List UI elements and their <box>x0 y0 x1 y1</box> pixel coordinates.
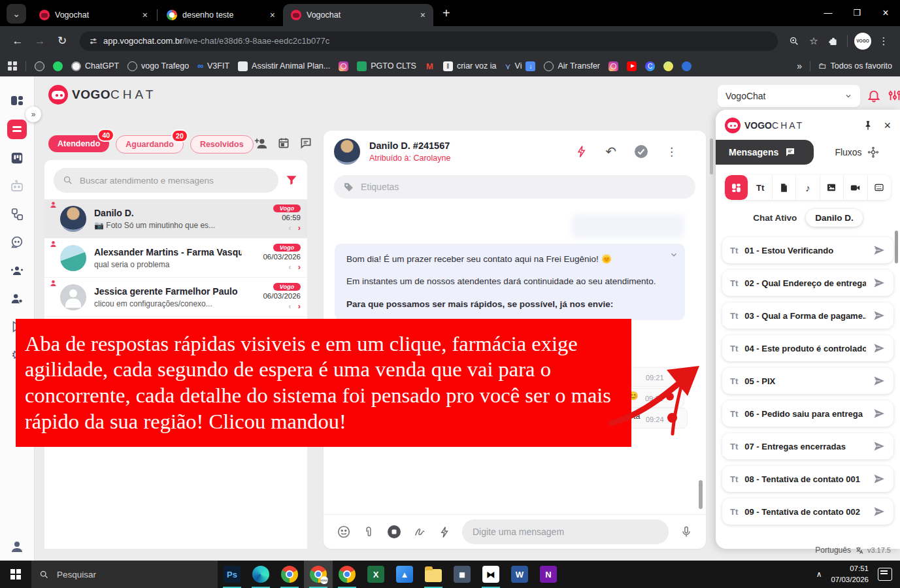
bookmark-assistir[interactable]: Assistir Animal Plan... <box>238 61 330 71</box>
prev-chat-icon[interactable]: ‹ <box>288 262 291 272</box>
browser-tab-3-active[interactable]: Vogochat × <box>283 4 433 26</box>
workspace-selector[interactable]: VogoChat <box>718 85 860 107</box>
app-icon[interactable] <box>663 61 673 71</box>
extensions-puzzle-icon[interactable] <box>824 36 843 46</box>
window-maximize-button[interactable]: ❒ <box>842 0 871 26</box>
dashboard-icon[interactable] <box>7 91 27 110</box>
tray-chevron-up-icon[interactable]: ∧ <box>816 570 822 579</box>
chats-icon-active[interactable] <box>7 120 27 139</box>
globe-blue-icon[interactable] <box>682 61 692 71</box>
send-icon[interactable] <box>873 374 886 387</box>
taskbar-explorer[interactable] <box>419 561 448 588</box>
browser-menu-icon[interactable]: ⋮ <box>874 35 893 47</box>
prev-chat-icon[interactable]: ‹ <box>288 223 291 233</box>
bookmark-air-transfer[interactable]: Air Transfer <box>544 61 600 71</box>
chat-list-item-3[interactable]: Jessica gerente Farmelhor Paulo clicou e… <box>44 278 307 317</box>
quick-reply-item-04[interactable]: Tt04 - Este produto é controlado <box>722 335 893 361</box>
send-icon[interactable] <box>873 472 886 485</box>
tab-close-icon[interactable]: × <box>419 10 427 20</box>
taskbar-chrome-1[interactable] <box>275 561 304 588</box>
bookmark-chatgpt[interactable]: ChatGPT <box>71 61 119 71</box>
tab-search-button[interactable]: ⌄ <box>7 4 26 24</box>
taskbar-search[interactable] <box>31 561 218 588</box>
next-chat-icon[interactable]: › <box>298 262 301 272</box>
emoji-icon[interactable] <box>337 525 351 539</box>
video-type-icon[interactable] <box>844 175 867 200</box>
bookmark-v3fit[interactable]: ∞V3FIT <box>197 61 229 71</box>
quick-reply-item-08[interactable]: Tt08 - Tentativa de contato 001 <box>722 466 893 492</box>
quick-reply-item-01[interactable]: Tt01 - Estou Verificando <box>722 237 893 263</box>
window-close-button[interactable]: × <box>871 0 900 26</box>
calendar-icon[interactable] <box>277 137 290 151</box>
taskbar-photoshop[interactable]: Ps <box>218 561 246 588</box>
notifications-bell-icon[interactable] <box>867 88 881 103</box>
taskbar-excel[interactable]: X <box>361 561 390 588</box>
tab-resolvidos[interactable]: Resolvidos <box>190 135 254 154</box>
filters-sliders-icon[interactable] <box>888 88 900 103</box>
tab-close-icon[interactable]: × <box>141 10 149 20</box>
bot-icon[interactable] <box>7 176 27 196</box>
taskbar-photos[interactable]: ▲ <box>390 561 419 588</box>
record-stop-icon[interactable] <box>386 524 402 540</box>
file-type-icon[interactable] <box>773 175 796 200</box>
tab-mensagens[interactable]: Mensagens <box>716 140 814 165</box>
taskbar-edge[interactable] <box>246 561 275 588</box>
quick-reply-lightning-icon[interactable] <box>439 526 451 538</box>
chat-list-item-1[interactable]: Danilo D. 📷 Foto Só um minutinho que es.… <box>44 199 307 238</box>
address-bar[interactable]: app.vogochat.com.br/live-chat/e38d6:9-8a… <box>80 31 778 51</box>
send-icon[interactable] <box>873 407 886 420</box>
next-chat-icon[interactable]: › <box>298 223 301 233</box>
quick-reply-item-07[interactable]: Tt07 - Entregas encerradas <box>722 433 893 459</box>
conversation-menu-icon[interactable]: ⋮ <box>666 145 677 159</box>
prev-chat-icon[interactable]: ‹ <box>288 301 291 311</box>
instagram-icon[interactable] <box>608 61 618 71</box>
taskbar-onenote[interactable]: N <box>534 561 563 588</box>
site-info-icon[interactable] <box>89 37 98 46</box>
audio-type-icon[interactable]: ♪ <box>796 175 820 200</box>
profile-avatar[interactable]: VOGO <box>854 33 871 50</box>
filter-funnel-icon[interactable] <box>285 174 298 187</box>
taskbar-search-input[interactable] <box>56 569 189 580</box>
send-icon[interactable] <box>873 309 886 322</box>
bookmark-pgto-clts[interactable]: PGTO CLTS <box>357 61 416 71</box>
send-icon[interactable] <box>873 505 886 518</box>
filter-contact-pill[interactable]: Danilo D. <box>806 209 863 227</box>
taskbar-clock[interactable]: 07:51 07/03/2026 <box>831 563 869 585</box>
tags-input[interactable]: Etiquetas <box>334 175 695 199</box>
window-minimize-button[interactable]: — <box>814 0 842 26</box>
notification-center-icon[interactable] <box>878 568 892 581</box>
forward-button[interactable]: → <box>29 35 51 48</box>
canva-icon[interactable]: C <box>645 61 655 71</box>
attach-paperclip-icon[interactable] <box>362 525 375 538</box>
return-chat-icon[interactable]: ↶ <box>605 144 616 159</box>
start-button[interactable] <box>0 561 31 588</box>
page-scrollbar[interactable] <box>710 139 713 174</box>
user-settings-icon[interactable] <box>7 289 27 308</box>
chat-bot-icon[interactable] <box>7 233 27 252</box>
language-label[interactable]: Português <box>815 546 851 555</box>
quick-reply-item-06[interactable]: Tt06 - Pedido saiu para entrega <box>722 400 893 427</box>
taskbar-chrome-2[interactable] <box>333 561 361 588</box>
quick-actions-lightning-icon[interactable] <box>575 145 588 158</box>
reload-button[interactable]: ↻ <box>51 34 73 48</box>
bookmark-vi[interactable]: ⋎Vi↓ <box>505 61 535 71</box>
quick-reply-item-03[interactable]: Tt03 - Qual a Forma de pagame... <box>722 302 893 329</box>
browser-tab-1[interactable]: Vogochat × <box>31 4 156 26</box>
send-icon[interactable] <box>873 440 886 453</box>
message-options-chevron-icon[interactable] <box>669 250 678 259</box>
taskbar-chrome-active[interactable]: VOGO <box>304 561 333 588</box>
grid-type-icon[interactable] <box>725 175 748 200</box>
sidebar-expand-button[interactable]: » <box>25 106 41 122</box>
tab-aguardando[interactable]: Aguardando 20 <box>116 135 184 154</box>
bookmark-vogo-trafego[interactable]: vogo Trafego <box>127 61 189 71</box>
new-tab-button[interactable]: + <box>442 6 450 21</box>
bookmark-star-icon[interactable]: ☆ <box>804 35 824 47</box>
send-icon[interactable] <box>873 342 886 355</box>
bookmark-criar-voz[interactable]: ‖criar voz ia <box>443 61 496 71</box>
tab-atendendo[interactable]: Atendendo 40 <box>48 135 109 152</box>
text-type-icon[interactable]: Tt <box>748 175 772 200</box>
globe-bookmark-icon[interactable] <box>35 61 44 71</box>
chat-search-input[interactable]: Buscar atendimento e mensagens <box>54 168 278 193</box>
taskbar-word[interactable]: W <box>505 561 534 588</box>
quick-reply-item-05[interactable]: Tt05 - PIX <box>722 368 893 394</box>
